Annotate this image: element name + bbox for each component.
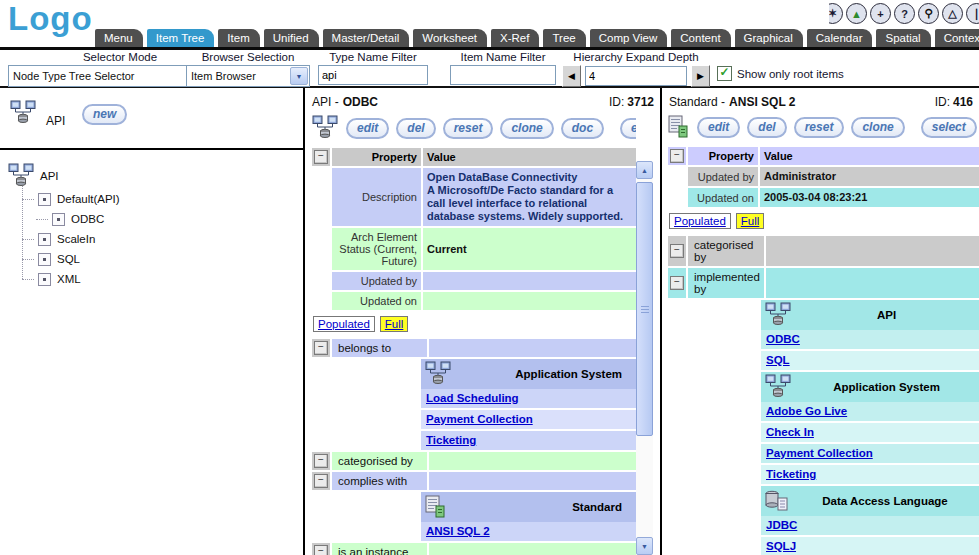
tree-connector: [22, 239, 34, 240]
item-link-sql[interactable]: SQL: [766, 354, 790, 366]
tree-node-default-api[interactable]: Default(API): [0, 189, 303, 209]
clipped-icon[interactable]: ❘: [966, 3, 979, 24]
item-name-filter-input[interactable]: [450, 65, 556, 85]
new-button[interactable]: new: [82, 104, 127, 125]
relation-label: belongs to: [332, 339, 427, 357]
tab-master-detail[interactable]: Master/Detail: [323, 29, 410, 47]
tab-item[interactable]: Item: [218, 29, 259, 47]
tab-graphical[interactable]: Graphical: [735, 29, 803, 47]
app-window: Logo ✶▲+?⚲△❘ MenuItem TreeItemUnifiedMas…: [0, 0, 979, 555]
edit-button[interactable]: edit: [697, 117, 740, 138]
row-spacer: [312, 228, 330, 270]
property-label: Updated on: [332, 292, 421, 310]
collapse-toggle-icon[interactable]: −: [314, 341, 328, 355]
tab-tree[interactable]: Tree: [543, 29, 585, 47]
item-link-ticketing[interactable]: Ticketing: [426, 434, 476, 446]
show-only-root-items-checkbox[interactable]: ✓: [717, 66, 732, 81]
tree-node-scalein[interactable]: ScaleIn: [0, 229, 303, 249]
collapse-toggle-icon[interactable]: −: [314, 474, 328, 488]
key-icon[interactable]: ⚲: [918, 3, 939, 24]
type-name-filter-input[interactable]: [318, 65, 428, 85]
item-link-ticketing[interactable]: Ticketing: [766, 468, 816, 480]
tab-spatial[interactable]: Spatial: [876, 29, 930, 47]
tab-content[interactable]: Content: [671, 29, 730, 47]
full-link[interactable]: Full: [380, 316, 409, 332]
related-type-header: Data Access Language: [761, 486, 979, 516]
vertical-scrollbar[interactable]: ▲ ▼: [636, 161, 653, 555]
decrease-depth-button[interactable]: ◀: [562, 65, 581, 87]
clone-button[interactable]: clone: [851, 117, 904, 138]
reset-button[interactable]: reset: [794, 117, 845, 138]
triangle-logo-icon[interactable]: ▲: [846, 3, 867, 24]
increase-depth-button[interactable]: ▶: [691, 65, 710, 87]
browser-selection-select[interactable]: Item Browser ▼: [186, 65, 310, 87]
reset-button[interactable]: reset: [443, 118, 494, 139]
tab-bar: MenuItem TreeItemUnifiedMaster/DetailWor…: [95, 27, 979, 47]
property-row: Updated by: [312, 272, 636, 290]
item-link-payment-collection[interactable]: Payment Collection: [426, 413, 533, 425]
collapse-toggle-icon[interactable]: −: [314, 454, 328, 468]
item-link-adobe-go-live[interactable]: Adobe Go Live: [766, 405, 847, 417]
populated-link[interactable]: Populated: [669, 213, 731, 229]
related-group-application-system: Application SystemLoad SchedulingPayment…: [421, 359, 636, 450]
item-link-odbc[interactable]: ODBC: [766, 333, 800, 345]
related-type-header: Standard: [421, 492, 636, 522]
hierarchy-expand-depth-input[interactable]: [585, 66, 687, 86]
item-link-jdbc[interactable]: JDBC: [766, 519, 797, 531]
tab-worksheet[interactable]: Worksheet: [413, 29, 487, 47]
tab-comp-view[interactable]: Comp View: [590, 29, 668, 47]
related-type-label: API: [877, 309, 896, 322]
tab-item-tree[interactable]: Item Tree: [147, 29, 215, 47]
tree-root-node[interactable]: API: [0, 163, 303, 189]
scroll-up-icon[interactable]: ▲: [636, 161, 653, 179]
tree-node-xml[interactable]: XML: [0, 269, 303, 289]
item-link-check-in[interactable]: Check In: [766, 426, 814, 438]
tree-node-label: XML: [57, 273, 81, 285]
item-link-payment-collection[interactable]: Payment Collection: [766, 447, 873, 459]
relation-value-cell: [429, 543, 636, 555]
value-column-header: Value: [423, 148, 636, 166]
edit-typ-button[interactable]: edit typ: [620, 118, 636, 139]
row-spacer: [668, 167, 686, 186]
tree-node-sql[interactable]: SQL: [0, 249, 303, 269]
tab-unified[interactable]: Unified: [264, 29, 319, 47]
tree-node-icon[interactable]: [38, 233, 51, 246]
tree-node-icon[interactable]: [38, 193, 51, 206]
add-icon[interactable]: +: [870, 3, 891, 24]
tab-menu[interactable]: Menu: [95, 29, 143, 47]
clone-button[interactable]: clone: [500, 118, 553, 139]
edit-button[interactable]: edit: [346, 118, 389, 139]
chevron-down-icon[interactable]: ▼: [290, 67, 308, 85]
collapse-toggle-icon[interactable]: −: [670, 276, 684, 290]
help-icon[interactable]: ?: [894, 3, 915, 24]
item-link-load-scheduling[interactable]: Load Scheduling: [426, 392, 519, 404]
star-icon[interactable]: ✶: [829, 3, 843, 24]
doc-button[interactable]: doc: [561, 118, 604, 139]
populated-link[interactable]: Populated: [313, 316, 375, 332]
tab-context[interactable]: Context: [935, 29, 979, 47]
collapse-toggle-icon[interactable]: −: [314, 545, 328, 555]
collapse-toggle-icon[interactable]: −: [670, 244, 684, 258]
scroll-down-icon[interactable]: ▼: [636, 537, 653, 555]
tree-node-icon[interactable]: [38, 273, 51, 286]
collapse-toggle-icon[interactable]: −: [670, 149, 684, 163]
full-link[interactable]: Full: [736, 213, 765, 229]
del-button[interactable]: del: [396, 118, 435, 139]
standard-icon: [425, 495, 447, 520]
delta-icon[interactable]: △: [942, 3, 963, 24]
row-spacer: [312, 168, 330, 226]
tree-node-label: ODBC: [71, 213, 104, 225]
tab-x-ref[interactable]: X-Ref: [491, 29, 539, 47]
scrollbar-thumb[interactable]: [636, 182, 653, 436]
collapse-toggle-icon[interactable]: −: [314, 150, 328, 164]
related-type-header: Application System: [421, 359, 636, 389]
tab-calendar[interactable]: Calendar: [807, 29, 873, 47]
item-link-sqlj[interactable]: SQLJ: [766, 540, 796, 552]
item-link-ansi-sql-2[interactable]: ANSI SQL 2: [426, 525, 490, 537]
tree-node-odbc[interactable]: ODBC: [0, 209, 303, 229]
select-button[interactable]: select: [921, 117, 977, 138]
related-item-row: SQLJ: [761, 537, 979, 555]
del-button[interactable]: del: [747, 117, 786, 138]
tree-node-icon[interactable]: [38, 253, 51, 266]
tree-node-icon[interactable]: [52, 213, 65, 226]
